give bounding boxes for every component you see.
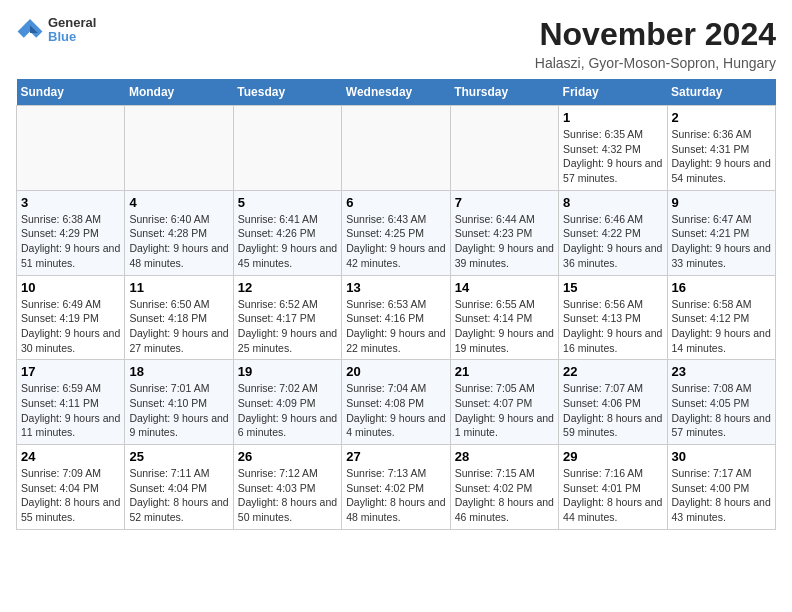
day-number: 11 [129, 280, 228, 295]
day-number: 5 [238, 195, 337, 210]
calendar-cell [17, 106, 125, 191]
calendar-cell: 5Sunrise: 6:41 AM Sunset: 4:26 PM Daylig… [233, 190, 341, 275]
calendar-cell: 9Sunrise: 6:47 AM Sunset: 4:21 PM Daylig… [667, 190, 775, 275]
day-number: 28 [455, 449, 554, 464]
weekday-header: Tuesday [233, 79, 341, 106]
day-number: 15 [563, 280, 662, 295]
calendar-cell: 7Sunrise: 6:44 AM Sunset: 4:23 PM Daylig… [450, 190, 558, 275]
day-number: 10 [21, 280, 120, 295]
calendar-cell: 17Sunrise: 6:59 AM Sunset: 4:11 PM Dayli… [17, 360, 125, 445]
day-info: Sunrise: 6:52 AM Sunset: 4:17 PM Dayligh… [238, 297, 337, 356]
day-info: Sunrise: 7:15 AM Sunset: 4:02 PM Dayligh… [455, 466, 554, 525]
day-info: Sunrise: 6:44 AM Sunset: 4:23 PM Dayligh… [455, 212, 554, 271]
calendar-cell [233, 106, 341, 191]
month-title: November 2024 [535, 16, 776, 53]
day-info: Sunrise: 6:59 AM Sunset: 4:11 PM Dayligh… [21, 381, 120, 440]
day-info: Sunrise: 6:49 AM Sunset: 4:19 PM Dayligh… [21, 297, 120, 356]
day-info: Sunrise: 6:56 AM Sunset: 4:13 PM Dayligh… [563, 297, 662, 356]
day-number: 6 [346, 195, 445, 210]
calendar-cell: 23Sunrise: 7:08 AM Sunset: 4:05 PM Dayli… [667, 360, 775, 445]
day-info: Sunrise: 6:36 AM Sunset: 4:31 PM Dayligh… [672, 127, 771, 186]
day-info: Sunrise: 6:50 AM Sunset: 4:18 PM Dayligh… [129, 297, 228, 356]
day-info: Sunrise: 6:47 AM Sunset: 4:21 PM Dayligh… [672, 212, 771, 271]
day-info: Sunrise: 7:02 AM Sunset: 4:09 PM Dayligh… [238, 381, 337, 440]
day-number: 20 [346, 364, 445, 379]
calendar-cell: 18Sunrise: 7:01 AM Sunset: 4:10 PM Dayli… [125, 360, 233, 445]
logo-icon [16, 16, 44, 44]
title-section: November 2024 Halaszi, Gyor-Moson-Sopron… [535, 16, 776, 71]
calendar-cell: 3Sunrise: 6:38 AM Sunset: 4:29 PM Daylig… [17, 190, 125, 275]
day-info: Sunrise: 6:41 AM Sunset: 4:26 PM Dayligh… [238, 212, 337, 271]
day-number: 14 [455, 280, 554, 295]
day-info: Sunrise: 7:01 AM Sunset: 4:10 PM Dayligh… [129, 381, 228, 440]
logo-line1: General [48, 16, 96, 30]
day-number: 30 [672, 449, 771, 464]
calendar-cell [450, 106, 558, 191]
calendar-cell: 22Sunrise: 7:07 AM Sunset: 4:06 PM Dayli… [559, 360, 667, 445]
calendar-cell: 1Sunrise: 6:35 AM Sunset: 4:32 PM Daylig… [559, 106, 667, 191]
calendar-cell: 30Sunrise: 7:17 AM Sunset: 4:00 PM Dayli… [667, 445, 775, 530]
day-info: Sunrise: 7:04 AM Sunset: 4:08 PM Dayligh… [346, 381, 445, 440]
day-number: 3 [21, 195, 120, 210]
logo: General Blue [16, 16, 96, 45]
page-header: General Blue November 2024 Halaszi, Gyor… [16, 16, 776, 71]
day-info: Sunrise: 7:08 AM Sunset: 4:05 PM Dayligh… [672, 381, 771, 440]
day-number: 19 [238, 364, 337, 379]
day-info: Sunrise: 7:12 AM Sunset: 4:03 PM Dayligh… [238, 466, 337, 525]
day-number: 7 [455, 195, 554, 210]
day-info: Sunrise: 6:46 AM Sunset: 4:22 PM Dayligh… [563, 212, 662, 271]
calendar-cell: 27Sunrise: 7:13 AM Sunset: 4:02 PM Dayli… [342, 445, 450, 530]
weekday-header: Wednesday [342, 79, 450, 106]
calendar-cell: 28Sunrise: 7:15 AM Sunset: 4:02 PM Dayli… [450, 445, 558, 530]
day-info: Sunrise: 6:40 AM Sunset: 4:28 PM Dayligh… [129, 212, 228, 271]
calendar-cell [342, 106, 450, 191]
calendar-cell: 13Sunrise: 6:53 AM Sunset: 4:16 PM Dayli… [342, 275, 450, 360]
calendar-cell: 15Sunrise: 6:56 AM Sunset: 4:13 PM Dayli… [559, 275, 667, 360]
day-number: 24 [21, 449, 120, 464]
day-number: 23 [672, 364, 771, 379]
day-number: 8 [563, 195, 662, 210]
weekday-header: Thursday [450, 79, 558, 106]
day-number: 16 [672, 280, 771, 295]
calendar-cell: 20Sunrise: 7:04 AM Sunset: 4:08 PM Dayli… [342, 360, 450, 445]
calendar-cell: 19Sunrise: 7:02 AM Sunset: 4:09 PM Dayli… [233, 360, 341, 445]
day-info: Sunrise: 6:43 AM Sunset: 4:25 PM Dayligh… [346, 212, 445, 271]
day-number: 29 [563, 449, 662, 464]
location: Halaszi, Gyor-Moson-Sopron, Hungary [535, 55, 776, 71]
day-number: 12 [238, 280, 337, 295]
day-number: 27 [346, 449, 445, 464]
calendar-cell: 11Sunrise: 6:50 AM Sunset: 4:18 PM Dayli… [125, 275, 233, 360]
day-info: Sunrise: 7:16 AM Sunset: 4:01 PM Dayligh… [563, 466, 662, 525]
calendar-cell: 2Sunrise: 6:36 AM Sunset: 4:31 PM Daylig… [667, 106, 775, 191]
calendar-cell: 29Sunrise: 7:16 AM Sunset: 4:01 PM Dayli… [559, 445, 667, 530]
day-info: Sunrise: 6:55 AM Sunset: 4:14 PM Dayligh… [455, 297, 554, 356]
calendar-cell: 24Sunrise: 7:09 AM Sunset: 4:04 PM Dayli… [17, 445, 125, 530]
calendar-cell: 26Sunrise: 7:12 AM Sunset: 4:03 PM Dayli… [233, 445, 341, 530]
day-number: 1 [563, 110, 662, 125]
calendar-cell [125, 106, 233, 191]
calendar-cell: 6Sunrise: 6:43 AM Sunset: 4:25 PM Daylig… [342, 190, 450, 275]
day-info: Sunrise: 7:17 AM Sunset: 4:00 PM Dayligh… [672, 466, 771, 525]
calendar-table: SundayMondayTuesdayWednesdayThursdayFrid… [16, 79, 776, 530]
logo-line2: Blue [48, 30, 96, 44]
day-number: 17 [21, 364, 120, 379]
weekday-header: Monday [125, 79, 233, 106]
day-info: Sunrise: 6:58 AM Sunset: 4:12 PM Dayligh… [672, 297, 771, 356]
day-number: 21 [455, 364, 554, 379]
day-number: 18 [129, 364, 228, 379]
calendar-cell: 10Sunrise: 6:49 AM Sunset: 4:19 PM Dayli… [17, 275, 125, 360]
day-info: Sunrise: 6:53 AM Sunset: 4:16 PM Dayligh… [346, 297, 445, 356]
calendar-cell: 12Sunrise: 6:52 AM Sunset: 4:17 PM Dayli… [233, 275, 341, 360]
day-number: 4 [129, 195, 228, 210]
weekday-header: Friday [559, 79, 667, 106]
day-number: 26 [238, 449, 337, 464]
weekday-header: Saturday [667, 79, 775, 106]
day-info: Sunrise: 7:11 AM Sunset: 4:04 PM Dayligh… [129, 466, 228, 525]
day-number: 25 [129, 449, 228, 464]
calendar-cell: 4Sunrise: 6:40 AM Sunset: 4:28 PM Daylig… [125, 190, 233, 275]
calendar-cell: 25Sunrise: 7:11 AM Sunset: 4:04 PM Dayli… [125, 445, 233, 530]
day-info: Sunrise: 7:07 AM Sunset: 4:06 PM Dayligh… [563, 381, 662, 440]
day-number: 13 [346, 280, 445, 295]
day-info: Sunrise: 6:35 AM Sunset: 4:32 PM Dayligh… [563, 127, 662, 186]
calendar-header: SundayMondayTuesdayWednesdayThursdayFrid… [17, 79, 776, 106]
